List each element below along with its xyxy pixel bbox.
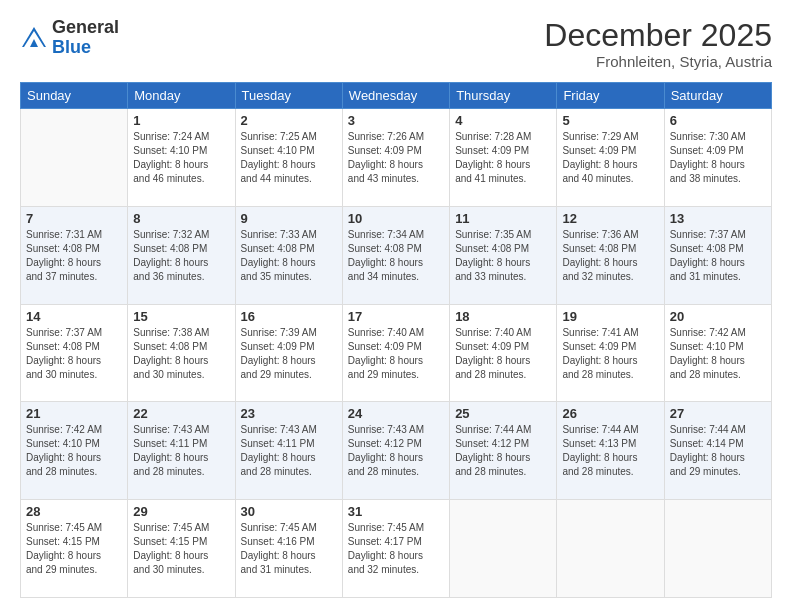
table-row: 22Sunrise: 7:43 AMSunset: 4:11 PMDayligh… xyxy=(128,402,235,500)
day-number: 12 xyxy=(562,211,658,226)
table-row: 19Sunrise: 7:41 AMSunset: 4:09 PMDayligh… xyxy=(557,304,664,402)
day-info: Sunrise: 7:28 AMSunset: 4:09 PMDaylight:… xyxy=(455,130,551,186)
day-number: 22 xyxy=(133,406,229,421)
table-row: 28Sunrise: 7:45 AMSunset: 4:15 PMDayligh… xyxy=(21,500,128,598)
table-row: 11Sunrise: 7:35 AMSunset: 4:08 PMDayligh… xyxy=(450,206,557,304)
day-info: Sunrise: 7:37 AMSunset: 4:08 PMDaylight:… xyxy=(26,326,122,382)
day-number: 3 xyxy=(348,113,444,128)
table-row: 1Sunrise: 7:24 AMSunset: 4:10 PMDaylight… xyxy=(128,109,235,207)
day-info: Sunrise: 7:40 AMSunset: 4:09 PMDaylight:… xyxy=(455,326,551,382)
day-number: 27 xyxy=(670,406,766,421)
table-row xyxy=(21,109,128,207)
day-info: Sunrise: 7:36 AMSunset: 4:08 PMDaylight:… xyxy=(562,228,658,284)
table-row: 21Sunrise: 7:42 AMSunset: 4:10 PMDayligh… xyxy=(21,402,128,500)
logo: General Blue xyxy=(20,18,119,58)
day-info: Sunrise: 7:39 AMSunset: 4:09 PMDaylight:… xyxy=(241,326,337,382)
table-row: 4Sunrise: 7:28 AMSunset: 4:09 PMDaylight… xyxy=(450,109,557,207)
day-number: 21 xyxy=(26,406,122,421)
calendar-week-row: 21Sunrise: 7:42 AMSunset: 4:10 PMDayligh… xyxy=(21,402,772,500)
col-friday: Friday xyxy=(557,83,664,109)
col-monday: Monday xyxy=(128,83,235,109)
day-number: 13 xyxy=(670,211,766,226)
table-row: 15Sunrise: 7:38 AMSunset: 4:08 PMDayligh… xyxy=(128,304,235,402)
day-number: 24 xyxy=(348,406,444,421)
table-row: 6Sunrise: 7:30 AMSunset: 4:09 PMDaylight… xyxy=(664,109,771,207)
day-number: 9 xyxy=(241,211,337,226)
day-number: 6 xyxy=(670,113,766,128)
table-row: 3Sunrise: 7:26 AMSunset: 4:09 PMDaylight… xyxy=(342,109,449,207)
table-row: 25Sunrise: 7:44 AMSunset: 4:12 PMDayligh… xyxy=(450,402,557,500)
day-info: Sunrise: 7:43 AMSunset: 4:12 PMDaylight:… xyxy=(348,423,444,479)
day-info: Sunrise: 7:25 AMSunset: 4:10 PMDaylight:… xyxy=(241,130,337,186)
day-number: 4 xyxy=(455,113,551,128)
day-number: 28 xyxy=(26,504,122,519)
day-info: Sunrise: 7:42 AMSunset: 4:10 PMDaylight:… xyxy=(670,326,766,382)
day-info: Sunrise: 7:32 AMSunset: 4:08 PMDaylight:… xyxy=(133,228,229,284)
day-number: 17 xyxy=(348,309,444,324)
calendar-week-row: 7Sunrise: 7:31 AMSunset: 4:08 PMDaylight… xyxy=(21,206,772,304)
table-row: 26Sunrise: 7:44 AMSunset: 4:13 PMDayligh… xyxy=(557,402,664,500)
table-row: 20Sunrise: 7:42 AMSunset: 4:10 PMDayligh… xyxy=(664,304,771,402)
table-row xyxy=(664,500,771,598)
day-number: 8 xyxy=(133,211,229,226)
month-title: December 2025 xyxy=(544,18,772,53)
day-info: Sunrise: 7:44 AMSunset: 4:13 PMDaylight:… xyxy=(562,423,658,479)
table-row: 24Sunrise: 7:43 AMSunset: 4:12 PMDayligh… xyxy=(342,402,449,500)
day-info: Sunrise: 7:44 AMSunset: 4:14 PMDaylight:… xyxy=(670,423,766,479)
day-number: 26 xyxy=(562,406,658,421)
table-row: 23Sunrise: 7:43 AMSunset: 4:11 PMDayligh… xyxy=(235,402,342,500)
day-number: 1 xyxy=(133,113,229,128)
day-info: Sunrise: 7:31 AMSunset: 4:08 PMDaylight:… xyxy=(26,228,122,284)
table-row: 5Sunrise: 7:29 AMSunset: 4:09 PMDaylight… xyxy=(557,109,664,207)
logo-text: General Blue xyxy=(52,18,119,58)
col-saturday: Saturday xyxy=(664,83,771,109)
table-row: 29Sunrise: 7:45 AMSunset: 4:15 PMDayligh… xyxy=(128,500,235,598)
day-info: Sunrise: 7:34 AMSunset: 4:08 PMDaylight:… xyxy=(348,228,444,284)
table-row: 18Sunrise: 7:40 AMSunset: 4:09 PMDayligh… xyxy=(450,304,557,402)
col-thursday: Thursday xyxy=(450,83,557,109)
day-number: 29 xyxy=(133,504,229,519)
location-subtitle: Frohnleiten, Styria, Austria xyxy=(544,53,772,70)
calendar-week-row: 28Sunrise: 7:45 AMSunset: 4:15 PMDayligh… xyxy=(21,500,772,598)
table-row: 2Sunrise: 7:25 AMSunset: 4:10 PMDaylight… xyxy=(235,109,342,207)
day-number: 7 xyxy=(26,211,122,226)
table-row: 9Sunrise: 7:33 AMSunset: 4:08 PMDaylight… xyxy=(235,206,342,304)
day-number: 15 xyxy=(133,309,229,324)
day-info: Sunrise: 7:45 AMSunset: 4:15 PMDaylight:… xyxy=(133,521,229,577)
table-row xyxy=(557,500,664,598)
calendar-week-row: 1Sunrise: 7:24 AMSunset: 4:10 PMDaylight… xyxy=(21,109,772,207)
day-info: Sunrise: 7:43 AMSunset: 4:11 PMDaylight:… xyxy=(133,423,229,479)
table-row: 14Sunrise: 7:37 AMSunset: 4:08 PMDayligh… xyxy=(21,304,128,402)
day-number: 19 xyxy=(562,309,658,324)
day-info: Sunrise: 7:33 AMSunset: 4:08 PMDaylight:… xyxy=(241,228,337,284)
day-number: 5 xyxy=(562,113,658,128)
day-number: 2 xyxy=(241,113,337,128)
page: General Blue December 2025 Frohnleiten, … xyxy=(0,0,792,612)
col-sunday: Sunday xyxy=(21,83,128,109)
logo-blue-text: Blue xyxy=(52,38,119,58)
table-row: 8Sunrise: 7:32 AMSunset: 4:08 PMDaylight… xyxy=(128,206,235,304)
day-info: Sunrise: 7:45 AMSunset: 4:17 PMDaylight:… xyxy=(348,521,444,577)
day-number: 16 xyxy=(241,309,337,324)
table-row xyxy=(450,500,557,598)
day-info: Sunrise: 7:30 AMSunset: 4:09 PMDaylight:… xyxy=(670,130,766,186)
day-info: Sunrise: 7:44 AMSunset: 4:12 PMDaylight:… xyxy=(455,423,551,479)
day-info: Sunrise: 7:38 AMSunset: 4:08 PMDaylight:… xyxy=(133,326,229,382)
table-row: 27Sunrise: 7:44 AMSunset: 4:14 PMDayligh… xyxy=(664,402,771,500)
day-info: Sunrise: 7:24 AMSunset: 4:10 PMDaylight:… xyxy=(133,130,229,186)
day-number: 23 xyxy=(241,406,337,421)
table-row: 12Sunrise: 7:36 AMSunset: 4:08 PMDayligh… xyxy=(557,206,664,304)
col-tuesday: Tuesday xyxy=(235,83,342,109)
table-row: 13Sunrise: 7:37 AMSunset: 4:08 PMDayligh… xyxy=(664,206,771,304)
table-row: 30Sunrise: 7:45 AMSunset: 4:16 PMDayligh… xyxy=(235,500,342,598)
day-number: 20 xyxy=(670,309,766,324)
day-info: Sunrise: 7:37 AMSunset: 4:08 PMDaylight:… xyxy=(670,228,766,284)
calendar-week-row: 14Sunrise: 7:37 AMSunset: 4:08 PMDayligh… xyxy=(21,304,772,402)
col-wednesday: Wednesday xyxy=(342,83,449,109)
header: General Blue December 2025 Frohnleiten, … xyxy=(20,18,772,70)
day-info: Sunrise: 7:41 AMSunset: 4:09 PMDaylight:… xyxy=(562,326,658,382)
logo-general-text: General xyxy=(52,18,119,38)
table-row: 16Sunrise: 7:39 AMSunset: 4:09 PMDayligh… xyxy=(235,304,342,402)
table-row: 7Sunrise: 7:31 AMSunset: 4:08 PMDaylight… xyxy=(21,206,128,304)
title-block: December 2025 Frohnleiten, Styria, Austr… xyxy=(544,18,772,70)
